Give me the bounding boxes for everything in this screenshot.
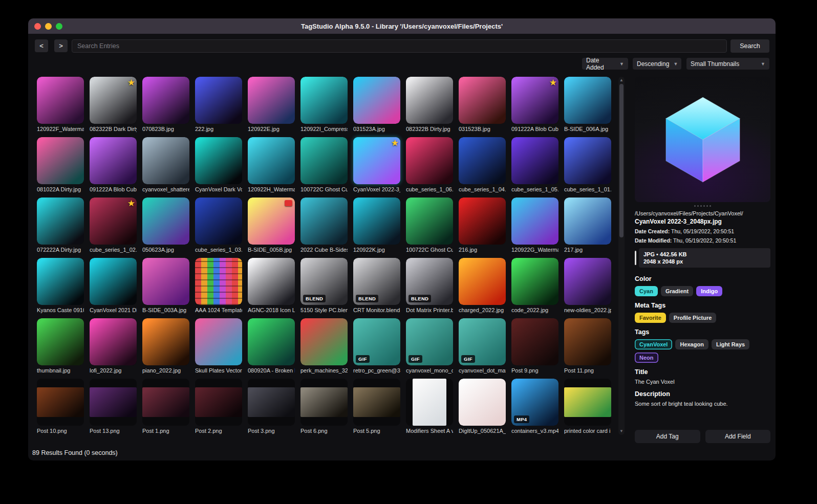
grid-item[interactable]: 120922K.jpg xyxy=(353,198,400,253)
search-button[interactable]: Search xyxy=(730,39,769,53)
thumbnail[interactable] xyxy=(459,258,506,305)
grid-item[interactable]: BLENDCRT Monitor.blend xyxy=(353,258,400,314)
thumbnail[interactable]: ★ xyxy=(90,198,137,245)
grid-item[interactable]: 222.jpg xyxy=(195,77,242,133)
grid-item[interactable]: printed color card i xyxy=(564,379,611,434)
grid-item[interactable]: Post 10.png xyxy=(37,379,84,434)
grid-item[interactable]: 082322B Dirty.jpg xyxy=(406,77,453,133)
grid-item[interactable]: GIFcyanvoxel_mono_cr xyxy=(406,318,453,374)
grid-item[interactable]: B-SIDE_005B.jpg xyxy=(248,198,295,253)
thumbnail[interactable] xyxy=(195,137,242,184)
thumbnail[interactable] xyxy=(90,137,137,184)
thumbnail[interactable] xyxy=(37,198,84,245)
thumbnail[interactable] xyxy=(406,198,453,245)
panel-resize-handle[interactable] xyxy=(635,203,770,208)
thumbnail[interactable] xyxy=(459,77,506,124)
grid-item[interactable]: 120922I_Compresse xyxy=(300,77,348,133)
thumbnail[interactable] xyxy=(37,379,84,426)
tag-pill[interactable]: Light Rays xyxy=(712,339,749,349)
scroll-down-icon[interactable]: ▼ xyxy=(619,428,624,435)
thumbnail[interactable] xyxy=(300,137,348,184)
grid-item[interactable]: AGNC-2018 Icon Lo xyxy=(248,258,295,314)
grid-item[interactable]: cube_series_1_06.j xyxy=(406,137,453,193)
sort-order-dropdown[interactable]: Descending ▼ xyxy=(633,58,681,70)
grid-item[interactable]: cube_series_1_05.j xyxy=(511,137,558,193)
add-tag-button[interactable]: Add Tag xyxy=(635,430,700,443)
thumbnail[interactable] xyxy=(353,379,400,426)
thumbnail[interactable] xyxy=(300,318,348,365)
grid-item[interactable]: 091222A Blob Cube xyxy=(90,137,137,193)
tag-pill[interactable]: Gradient xyxy=(661,286,693,296)
grid-item[interactable]: cube_series_1_01.j xyxy=(564,137,611,193)
thumbnail[interactable] xyxy=(459,137,506,184)
thumbnail[interactable] xyxy=(37,318,84,365)
thumbnail[interactable] xyxy=(195,379,242,426)
thumbnail[interactable] xyxy=(90,258,137,305)
grid-item[interactable]: 216.jpg xyxy=(459,198,506,253)
grid-item[interactable]: 072222A Dirty.jpg xyxy=(37,198,84,253)
grid-item[interactable]: Post 9.png xyxy=(511,318,558,374)
thumbnail[interactable] xyxy=(564,258,611,305)
thumbnail[interactable] xyxy=(511,318,558,365)
grid-item[interactable]: 2022 Cube B-Sides xyxy=(300,198,348,253)
grid-item[interactable]: ★cube_series_1_02.j xyxy=(90,198,137,253)
grid-item[interactable]: Post 3.png xyxy=(248,379,295,434)
grid-item[interactable]: cyanvoxel_shattere xyxy=(142,137,189,193)
scroll-up-icon[interactable]: ▲ xyxy=(619,77,624,84)
grid-item[interactable]: CyanVoxel Dark Vox xyxy=(195,137,242,193)
grid-item[interactable]: AAA 1024 Template xyxy=(195,258,242,314)
grid-item[interactable]: Skull Plates Vector xyxy=(195,318,242,374)
grid-item[interactable]: Post 13.png xyxy=(90,379,137,434)
grid-item[interactable]: thumbnail.jpg xyxy=(37,318,84,374)
grid-item[interactable]: code_2022.jpg xyxy=(511,258,558,314)
grid-item[interactable]: lofi_2022.jpg xyxy=(90,318,137,374)
scrollbar[interactable]: ▲ ▼ xyxy=(618,77,625,435)
thumbnail[interactable] xyxy=(511,137,558,184)
grid-item[interactable]: B-SIDE_003A.jpg xyxy=(142,258,189,314)
grid-item[interactable]: charged_2022.jpg xyxy=(459,258,506,314)
grid-item[interactable]: DigItUp_050621A_S xyxy=(459,379,506,434)
thumbnail[interactable] xyxy=(37,77,84,124)
thumbnail[interactable] xyxy=(195,318,242,365)
thumbnail[interactable] xyxy=(564,137,611,184)
grid-item[interactable]: 100722C Ghost Cub xyxy=(406,198,453,253)
grid-item[interactable]: 120922E.jpg xyxy=(248,77,295,133)
thumbnail[interactable] xyxy=(300,379,348,426)
grid-item[interactable]: 031523B.jpg xyxy=(459,77,506,133)
grid-item[interactable]: 050623A.jpg xyxy=(142,198,189,253)
grid-item[interactable]: BLENDDot Matrix Printer.b xyxy=(406,258,453,314)
thumbnail[interactable] xyxy=(564,379,611,426)
thumbnail[interactable] xyxy=(564,198,611,245)
thumbnail[interactable] xyxy=(511,198,558,245)
thumbnail[interactable] xyxy=(459,379,506,426)
tag-pill[interactable]: Cyan xyxy=(635,286,658,296)
tag-pill[interactable]: Indigo xyxy=(696,286,722,296)
grid-item[interactable]: B-SIDE_006A.jpg xyxy=(564,77,611,133)
thumbnail[interactable] xyxy=(248,318,295,365)
thumbnail[interactable] xyxy=(564,318,611,365)
grid-item[interactable]: piano_2022.jpg xyxy=(142,318,189,374)
forward-button[interactable]: > xyxy=(54,39,68,52)
close-button[interactable] xyxy=(34,23,41,30)
thumbnail[interactable]: BLEND xyxy=(406,258,453,305)
back-button[interactable]: < xyxy=(35,39,48,52)
thumbnail[interactable] xyxy=(37,258,84,305)
thumbnail[interactable] xyxy=(195,198,242,245)
grid-item[interactable]: ★082322B Dark Dirty xyxy=(90,77,137,133)
grid-item[interactable]: ★CyanVoxel 2022-3_ xyxy=(353,137,400,193)
grid-item[interactable]: MP4containers_v3.mp4 xyxy=(511,379,558,434)
grid-item[interactable]: cube_series_1_04.j xyxy=(459,137,506,193)
add-field-button[interactable]: Add Field xyxy=(705,430,771,443)
grid-item[interactable]: perk_machines_32p xyxy=(300,318,348,374)
grid-item[interactable]: Post 2.png xyxy=(195,379,242,434)
grid-item[interactable]: GIFcyanvoxel_dot_mat xyxy=(459,318,506,374)
thumbnail[interactable] xyxy=(142,379,189,426)
thumbnail[interactable]: GIF xyxy=(353,318,400,365)
thumbnail[interactable] xyxy=(353,77,400,124)
grid-item[interactable]: Post 6.png xyxy=(300,379,348,434)
thumbnail[interactable] xyxy=(142,77,189,124)
tag-pill[interactable]: CyanVoxel xyxy=(635,339,672,349)
search-input[interactable] xyxy=(72,39,727,53)
thumbnail[interactable] xyxy=(142,258,189,305)
sort-field-dropdown[interactable]: Date Added ▼ xyxy=(582,58,628,70)
